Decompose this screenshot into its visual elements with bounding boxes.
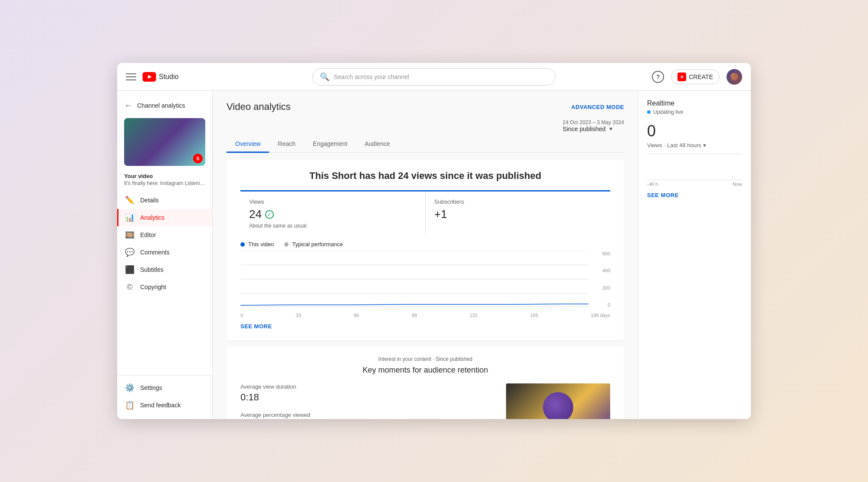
chart-y-labels: 600 400 200 0 [593,251,610,307]
retention-content: Average view duration 0:18 Average perce… [240,383,610,419]
see-more-button[interactable]: SEE MORE [240,323,272,330]
analytics-icon: 📊 [125,213,134,222]
realtime-live-label: Updating live [653,109,683,115]
realtime-chart-svg [647,154,742,180]
avg-duration-label: Average view duration [240,383,489,390]
sidebar-item-label-copyright: Copyright [140,284,166,291]
video-preview-content [506,383,610,419]
realtime-x-labels: -48 h Now [647,182,742,187]
y-label-400: 400 [593,268,610,273]
subtitles-icon: ⬛ [125,265,134,274]
sidebar-item-feedback[interactable]: 📋 Send feedback [117,396,212,414]
content-area: Video analytics ADVANCED MODE 24 Oct 202… [213,91,751,419]
realtime-panel: Realtime Updating live 0 Views · Last 48… [638,91,751,419]
realtime-x-right: Now [733,182,742,187]
metric-label-subscribers: Subscribers [434,198,602,205]
search-placeholder: Search across your channel [334,73,409,80]
avg-pct-label: Average percentage viewed [240,412,489,418]
legend-this-video: This video [240,241,274,248]
avg-pct-metric: Average percentage viewed 36.4% [240,412,489,419]
create-label: CREATE [689,73,713,80]
retention-title: Key moments for audience retention [240,366,610,375]
metric-label-views: Views [249,198,417,205]
x-label-0: 0 [240,313,243,318]
yt-shorts-badge: S [193,154,203,163]
back-arrow-icon: ← [124,100,133,110]
tab-overview[interactable]: Overview [227,136,269,153]
page-title: Video analytics [227,101,291,112]
legend-dot-typical [284,242,289,247]
youtube-logo [142,72,156,82]
your-video-label: Your video [124,173,205,179]
sidebar-back-button[interactable]: ← Channel analytics [117,96,212,115]
channel-analytics-label: Channel analytics [137,102,185,109]
search-bar[interactable]: 🔍 Search across your channel [312,68,556,86]
avatar[interactable]: 🟤 [727,69,742,85]
avg-duration-metric: Average view duration 0:18 [240,383,489,403]
logo-area: Studio [142,72,178,82]
settings-icon: ⚙️ [125,383,134,392]
create-button[interactable]: CREATE [671,69,720,84]
tab-engagement[interactable]: Engagement [304,136,356,153]
video-thumbnail: S [124,118,205,166]
topnav-center: 🔍 Search across your channel [221,68,647,86]
main-content: Video analytics ADVANCED MODE 24 Oct 202… [213,91,638,419]
realtime-value: 0 [647,122,742,140]
sidebar-item-analytics[interactable]: 📊 Analytics [117,209,212,226]
realtime-title: Realtime [647,99,742,107]
sidebar-item-copyright[interactable]: © Copyright [117,278,212,296]
sidebar-item-editor[interactable]: 🎞️ Editor [117,226,212,244]
realtime-see-more-button[interactable]: SEE MORE [647,192,742,198]
avg-duration-value: 0:18 [240,392,489,403]
x-label-198: 198 days [591,313,610,318]
live-dot-icon [647,110,651,114]
sidebar-item-settings[interactable]: ⚙️ Settings [117,379,212,396]
video-preview: ▶ 🔊 0:00 / 0:51 ⚙ [506,383,610,419]
chevron-down-icon: ▼ [608,126,613,132]
page-header: Video analytics ADVANCED MODE [227,101,624,112]
tabs-row: Overview Reach Engagement Audience [227,136,624,153]
sidebar-item-comments[interactable]: 💬 Comments [117,244,212,261]
tab-audience[interactable]: Audience [356,136,398,153]
chart-svg [240,251,610,307]
sidebar-item-details[interactable]: ✏️ Details [117,191,212,209]
main-body: ← Channel analytics S Your video It's fi… [117,91,751,419]
sidebar-nav: ✏️ Details 📊 Analytics 🎞️ Editor 💬 Comme… [117,191,212,296]
metrics-row: Views 24 ✓ About the same as usual Subsc… [240,190,610,236]
realtime-views-label: Views [647,142,662,149]
tab-reach[interactable]: Reach [269,136,304,153]
analytics-card: This Short has had 24 views since it was… [227,160,624,340]
metric-value-subscribers: +1 [434,208,602,221]
chevron-down-realtime-icon[interactable]: ▾ [703,142,706,149]
metric-sub-views: About the same as usual [249,223,417,229]
legend-label-this-video: This video [248,241,274,248]
retention-section: Interest in your content · Since publish… [227,347,624,419]
sidebar-item-label-comments: Comments [140,249,170,256]
studio-label: Studio [159,73,178,81]
video-preview-circle [543,392,573,419]
x-label-132: 132 [470,313,477,318]
topnav-right: ? CREATE 🟤 [647,69,742,85]
metric-check-icon: ✓ [265,210,274,219]
chart-legend: This video Typical performance [240,241,610,248]
help-icon[interactable]: ? [652,71,664,83]
advanced-mode-button[interactable]: ADVANCED MODE [571,104,624,110]
sidebar-item-label-subtitles: Subtitles [140,266,164,273]
y-label-0: 0 [593,302,610,307]
topnav-left: Studio [126,72,221,82]
x-label-66: 66 [354,313,359,318]
metric-value-views: 24 ✓ [249,208,417,221]
date-selector: 24 Oct 2023 – 3 May 2024 Since published… [227,119,624,132]
metric-box-views: Views 24 ✓ About the same as usual [240,191,426,236]
retention-metrics: Average view duration 0:18 Average perce… [240,383,489,419]
analytics-headline: This Short has had 24 views since it was… [240,170,610,182]
retention-subtitle: Interest in your content · Since publish… [240,356,610,362]
feedback-icon: 📋 [125,401,134,409]
details-icon: ✏️ [125,196,134,205]
sidebar-item-subtitles[interactable]: ⬛ Subtitles [117,261,212,278]
date-period-selector[interactable]: Since published ▼ [563,125,624,132]
menu-icon[interactable] [126,72,136,82]
sidebar-item-label-feedback: Send feedback [140,402,181,409]
legend-label-typical: Typical performance [292,241,343,248]
editor-icon: 🎞️ [125,231,134,239]
